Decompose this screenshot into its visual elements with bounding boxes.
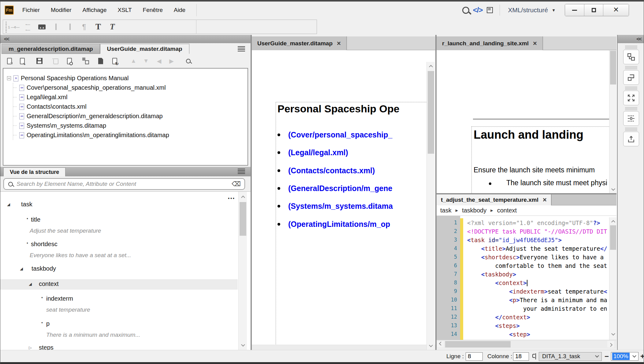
- menu-modifier[interactable]: Modifier: [51, 7, 72, 13]
- right-toolbar-collapse-bar[interactable]: <<: [618, 35, 644, 43]
- scroll-down-icon[interactable]: [610, 186, 616, 193]
- map-link-item[interactable]: (Contacts/contacts.xml): [252, 166, 428, 178]
- bullet-list-icon[interactable]: [26, 21, 30, 32]
- scatter-arrows-icon[interactable]: [623, 91, 639, 105]
- tab-userguide-master[interactable]: UserGuide_master.ditamap ×: [252, 36, 347, 50]
- topic-link[interactable]: (Contacts/contacts.xml): [288, 166, 375, 175]
- topic-document-canvas[interactable]: Launch and landing Ensure the launch sit…: [437, 50, 616, 193]
- collapse-node-icon[interactable]: [7, 76, 11, 80]
- delete-icon[interactable]: [53, 58, 58, 64]
- search-icon[interactable]: [462, 7, 469, 14]
- collapse-right-icon[interactable]: <<: [636, 36, 641, 42]
- structure-node-adjust-the-seat-temperature[interactable]: Adjust the seat temperature: [0, 226, 238, 237]
- map-scrollbar[interactable]: [426, 62, 435, 350]
- scroll-thumb[interactable]: [610, 225, 616, 250]
- book-tree-item[interactable]: </>Cover\personal_spaceship_operations_m…: [13, 83, 248, 92]
- structure-node-everyone-likes-to-have-a-seat-at-a-set[interactable]: Everyone likes to have a seat at a set..…: [0, 251, 238, 261]
- save-icon[interactable]: [36, 58, 43, 64]
- scroll-thumb[interactable]: [610, 51, 616, 84]
- book-tree-item[interactable]: </>Contacts\contacts.xml: [13, 102, 248, 111]
- close-tab-icon[interactable]: ×: [543, 197, 547, 203]
- structure-node-seat-temperature[interactable]: seat temperature: [0, 305, 238, 316]
- structure-node-task[interactable]: ◢task: [0, 200, 238, 210]
- close-tab-icon[interactable]: ×: [337, 40, 341, 47]
- scroll-up-icon[interactable]: [427, 62, 434, 69]
- breadcrumb-taskbody[interactable]: taskbody: [462, 207, 486, 214]
- scroll-down-icon[interactable]: [427, 343, 434, 349]
- preview-icon[interactable]: [67, 58, 72, 64]
- tab-adjust-seat-temperature[interactable]: t_adjust_the_seat_temperature.xml ×: [437, 194, 552, 205]
- scroll-left-icon[interactable]: [437, 341, 444, 347]
- map-document-canvas[interactable]: Personal Spaceship Ope (Cover/personal_s…: [252, 50, 435, 350]
- map-scroll-strip[interactable]: [252, 345, 435, 350]
- topic-link[interactable]: (Systems/m_systems.ditama: [288, 202, 393, 211]
- structure-node-there-is-a-minimum-and-maximum[interactable]: There is a minimum and maximum...: [0, 330, 238, 341]
- expanded-triangle-icon[interactable]: ◢: [29, 282, 32, 286]
- pilcrow-icon[interactable]: [82, 23, 86, 31]
- scroll-down-icon[interactable]: [610, 331, 616, 337]
- maximize-button[interactable]: [584, 4, 603, 16]
- topic-link[interactable]: (Cover/personal_spaceship_: [288, 130, 392, 139]
- scroll-thumb[interactable]: [445, 341, 511, 347]
- new-file-icon[interactable]: [7, 58, 12, 64]
- move-down-icon[interactable]: ▼: [143, 58, 149, 64]
- menu-fen-tre[interactable]: Fenêtre: [143, 7, 163, 13]
- collapsed-triangle-icon[interactable]: ▷: [29, 345, 32, 350]
- image-icon[interactable]: [38, 24, 46, 30]
- code-view-icon[interactable]: </>: [473, 6, 483, 14]
- book-panel-collapse-bar[interactable]: <<: [0, 35, 251, 43]
- breadcrumb-context[interactable]: context: [497, 207, 517, 214]
- structure-tools-icon[interactable]: [623, 50, 639, 64]
- structure-node-taskbody[interactable]: ◢taskbody: [0, 264, 238, 274]
- table-icon[interactable]: [55, 24, 57, 30]
- book-tree-item[interactable]: </>OperatingLimitations\m_operatinglimit…: [13, 130, 248, 140]
- scroll-right-icon[interactable]: [607, 341, 614, 347]
- line-input[interactable]: [466, 352, 483, 361]
- structure-search-input[interactable]: [17, 181, 232, 187]
- topic-link[interactable]: (Legal/legal.xml): [288, 148, 348, 157]
- bold-icon[interactable]: [95, 22, 101, 32]
- clear-search-icon[interactable]: ⌫: [232, 180, 241, 188]
- breadcrumb-task[interactable]: task: [440, 207, 452, 214]
- tab-launch-and-landing[interactable]: r_launch_and_landing_site.xml ×: [437, 36, 543, 50]
- numbered-list-icon[interactable]: [8, 24, 19, 30]
- scroll-up-icon[interactable]: [239, 193, 247, 200]
- book-tree-item[interactable]: </>Systems\m_systems.ditamap: [13, 121, 248, 130]
- element-boundaries-icon[interactable]: [623, 111, 639, 126]
- menu-aide[interactable]: Aide: [174, 7, 185, 13]
- map-link-item[interactable]: (Cover/personal_spaceship_: [252, 130, 428, 143]
- move-right-icon[interactable]: ▶: [169, 58, 174, 65]
- structure-node-steps[interactable]: ▷steps: [0, 343, 238, 350]
- minimize-button[interactable]: [565, 4, 584, 16]
- topic-link[interactable]: (OperatingLimitations/m_op: [288, 220, 390, 229]
- topic-scrollbar[interactable]: [609, 50, 616, 193]
- structure-node-indexterm[interactable]: •indexterm: [0, 294, 238, 304]
- insert-map-icon[interactable]: [82, 58, 89, 64]
- insert-topic-icon[interactable]: [98, 58, 103, 64]
- import-swap-icon[interactable]: [623, 70, 639, 85]
- expanded-triangle-icon[interactable]: ◢: [20, 266, 23, 271]
- move-up-icon[interactable]: ▲: [131, 58, 136, 64]
- topic-link[interactable]: (GeneralDescription/m_gene: [288, 184, 392, 193]
- structure-scrollbar[interactable]: [238, 192, 247, 350]
- collapse-left-icon[interactable]: <<: [4, 36, 9, 42]
- close-tab-icon[interactable]: ×: [533, 40, 537, 47]
- search-icon[interactable]: [186, 59, 191, 63]
- italic-icon[interactable]: [110, 22, 115, 32]
- panel-menu-icon[interactable]: [238, 46, 245, 51]
- close-button[interactable]: ×: [603, 4, 629, 16]
- map-link-item[interactable]: (Systems/m_systems.ditama: [252, 202, 428, 214]
- scroll-thumb[interactable]: [240, 202, 246, 236]
- book-tree-item[interactable]: </>Legal\legal.xml: [13, 92, 248, 102]
- tab-structure-view[interactable]: Vue de la structure: [3, 167, 65, 176]
- move-left-icon[interactable]: ◀: [157, 58, 162, 65]
- code-h-scrollbar[interactable]: [437, 340, 616, 348]
- scroll-down-icon[interactable]: [239, 342, 247, 348]
- scroll-up-icon[interactable]: [610, 218, 616, 224]
- code-editor-area[interactable]: 1234567891011121314 <?xml version="1.0" …: [437, 216, 616, 340]
- column-input[interactable]: [513, 352, 529, 361]
- zoom-in-button[interactable]: +: [640, 350, 644, 362]
- structure-node-title[interactable]: •title: [0, 215, 238, 225]
- menu-xslt[interactable]: XSLT: [117, 7, 132, 13]
- structure-node-p[interactable]: •p: [0, 319, 238, 329]
